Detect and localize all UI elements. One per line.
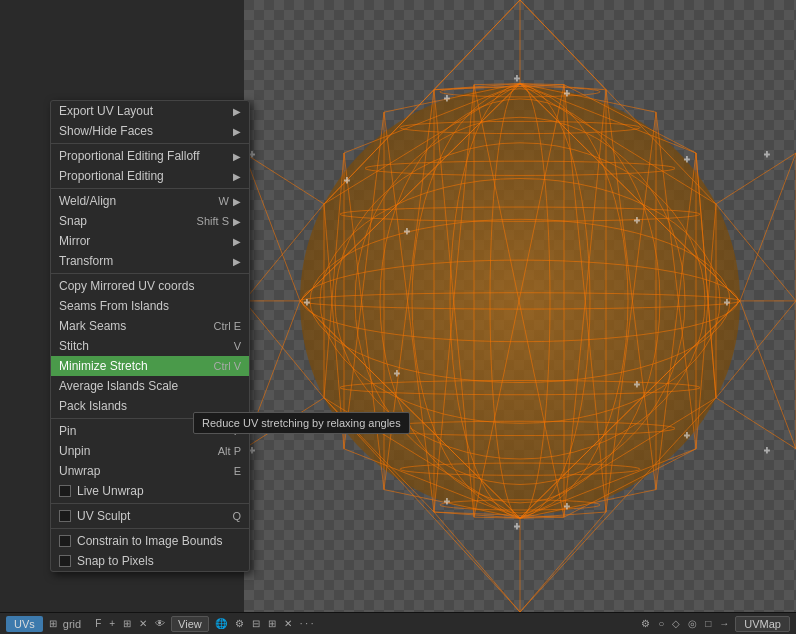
- menu-item-unwrap[interactable]: UnwrapE: [51, 461, 249, 481]
- menu-label-snap-to-pixels: Snap to Pixels: [77, 554, 241, 568]
- menu-label-copy-mirrored-uv: Copy Mirrored UV coords: [59, 279, 241, 293]
- separator-show-hide-faces: [51, 143, 249, 144]
- menu-label-mark-seams: Mark Seams: [59, 319, 206, 333]
- arrow-transform: ▶: [233, 256, 241, 267]
- svg-text:+: +: [304, 297, 310, 308]
- arrow-icon[interactable]: →: [717, 618, 731, 629]
- arrow-mirror: ▶: [233, 236, 241, 247]
- square-icon[interactable]: □: [703, 618, 713, 629]
- menu-label-unpin: Unpin: [59, 444, 210, 458]
- x2-icon[interactable]: ✕: [282, 618, 294, 629]
- menu-item-export-uv-layout[interactable]: Export UV Layout▶: [51, 101, 249, 121]
- ring-icon[interactable]: ◎: [686, 618, 699, 629]
- svg-text:+: +: [764, 149, 770, 160]
- menu-label-average-islands-scale: Average Islands Scale: [59, 379, 241, 393]
- menu-item-stitch[interactable]: StitchV: [51, 336, 249, 356]
- separator-transform: [51, 273, 249, 274]
- view-btn[interactable]: View: [171, 616, 209, 632]
- status-bar: UVs ⊞ grid F + ⊞ ✕ 👁 View 🌐 ⚙ ⊟ ⊞ ✕ · · …: [0, 612, 796, 634]
- svg-text:+: +: [634, 379, 640, 390]
- svg-line-93: [716, 153, 796, 204]
- menu-label-stitch: Stitch: [59, 339, 226, 353]
- menu-label-proportional-editing: Proportional Editing: [59, 169, 229, 183]
- menu-item-weld-align[interactable]: Weld/AlignW▶: [51, 191, 249, 211]
- svg-text:+: +: [444, 93, 450, 104]
- menu-label-weld-align: Weld/Align: [59, 194, 211, 208]
- grid-btn[interactable]: ⊞: [121, 618, 133, 629]
- svg-text:+: +: [564, 501, 570, 512]
- menu-label-unwrap: Unwrap: [59, 464, 226, 478]
- menu-item-mark-seams[interactable]: Mark SeamsCtrl E: [51, 316, 249, 336]
- menu-item-show-hide-faces[interactable]: Show/Hide Faces▶: [51, 121, 249, 141]
- menu-item-unpin[interactable]: UnpinAlt P: [51, 441, 249, 461]
- menu-item-mirror[interactable]: Mirror▶: [51, 231, 249, 251]
- globe-icon[interactable]: 🌐: [213, 618, 229, 629]
- separator-proportional-editing: [51, 188, 249, 189]
- menu-item-live-unwrap[interactable]: Live Unwrap: [51, 481, 249, 501]
- grid-label: grid: [63, 618, 81, 630]
- svg-line-82: [244, 153, 300, 301]
- arrow-export-uv-layout: ▶: [233, 106, 241, 117]
- svg-text:+: +: [444, 496, 450, 507]
- settings-icon[interactable]: ⚙: [233, 618, 246, 629]
- svg-text:+: +: [394, 368, 400, 379]
- svg-text:+: +: [684, 154, 690, 165]
- arrow-proportional-editing-falloff: ▶: [233, 151, 241, 162]
- checkbox-snap-to-pixels[interactable]: [59, 555, 71, 567]
- menu-item-constrain-to-image-bounds[interactable]: Constrain to Image Bounds: [51, 531, 249, 551]
- uvs-tab[interactable]: UVs: [6, 616, 43, 632]
- menu-item-uv-sculpt[interactable]: UV SculptQ: [51, 506, 249, 526]
- arrow-weld-align: ▶: [233, 196, 241, 207]
- svg-point-0: [300, 87, 740, 515]
- svg-text:+: +: [514, 73, 520, 84]
- menu-item-minimize-stretch[interactable]: Minimize StretchCtrl V: [51, 356, 249, 376]
- circle-icon[interactable]: ○: [656, 618, 666, 629]
- shortcut-snap: Shift S: [197, 215, 229, 227]
- grid2-icon[interactable]: ⊟: [250, 618, 262, 629]
- menu-label-minimize-stretch: Minimize Stretch: [59, 359, 206, 373]
- menu-label-pack-islands: Pack Islands: [59, 399, 241, 413]
- menu-item-seams-from-islands[interactable]: Seams From Islands: [51, 296, 249, 316]
- svg-text:+: +: [764, 445, 770, 456]
- menu-item-snap-to-pixels[interactable]: Snap to Pixels: [51, 551, 249, 571]
- plus-icon[interactable]: +: [107, 618, 117, 629]
- uvmap-label[interactable]: UVMap: [735, 616, 790, 632]
- tooltip-text: Reduce UV stretching by relaxing angles: [202, 417, 401, 429]
- menu-item-snap[interactable]: SnapShift S▶: [51, 211, 249, 231]
- uv-mesh-svg: + + + + + + + + + + + + + + + + + + + +: [244, 0, 796, 612]
- arrow-snap: ▶: [233, 216, 241, 227]
- eye-icon[interactable]: 👁: [153, 618, 167, 629]
- context-menu: Export UV Layout▶Show/Hide Faces▶Proport…: [50, 100, 250, 572]
- menu-label-export-uv-layout: Export UV Layout: [59, 104, 229, 118]
- menu-label-proportional-editing-falloff: Proportional Editing Falloff: [59, 149, 229, 163]
- menu-item-average-islands-scale[interactable]: Average Islands Scale: [51, 376, 249, 396]
- status-bar-left: UVs ⊞ grid F + ⊞ ✕ 👁 View 🌐 ⚙ ⊟ ⊞ ✕ · · …: [0, 616, 633, 632]
- svg-text:+: +: [564, 88, 570, 99]
- x-icon[interactable]: ✕: [137, 618, 149, 629]
- arrow-proportional-editing: ▶: [233, 171, 241, 182]
- status-bar-right: ⚙ ○ ◇ ◎ □ → UVMap: [633, 616, 796, 632]
- svg-line-86: [740, 301, 796, 449]
- checkbox-uv-sculpt[interactable]: [59, 510, 71, 522]
- checkbox-constrain-to-image-bounds[interactable]: [59, 535, 71, 547]
- checkbox-live-unwrap[interactable]: [59, 485, 71, 497]
- svg-line-85: [740, 153, 796, 301]
- menu-item-copy-mirrored-uv[interactable]: Copy Mirrored UV coords: [51, 276, 249, 296]
- grid3-icon[interactable]: ⊞: [266, 618, 278, 629]
- shortcut-unpin: Alt P: [218, 445, 241, 457]
- shortcut-mark-seams: Ctrl E: [214, 320, 242, 332]
- svg-text:+: +: [684, 430, 690, 441]
- menu-label-snap: Snap: [59, 214, 189, 228]
- separator-uv-sculpt: [51, 528, 249, 529]
- arrow-show-hide-faces: ▶: [233, 126, 241, 137]
- menu-item-proportional-editing-falloff[interactable]: Proportional Editing Falloff▶: [51, 146, 249, 166]
- menu-item-transform[interactable]: Transform▶: [51, 251, 249, 271]
- diamond-icon[interactable]: ◇: [670, 618, 682, 629]
- shortcut-unwrap: E: [234, 465, 241, 477]
- svg-line-99: [434, 0, 520, 90]
- gear-icon[interactable]: ⚙: [639, 618, 652, 629]
- menu-label-live-unwrap: Live Unwrap: [77, 484, 241, 498]
- grid-icon: ⊞: [47, 618, 59, 629]
- menu-item-proportional-editing[interactable]: Proportional Editing▶: [51, 166, 249, 186]
- svg-line-94: [716, 398, 796, 449]
